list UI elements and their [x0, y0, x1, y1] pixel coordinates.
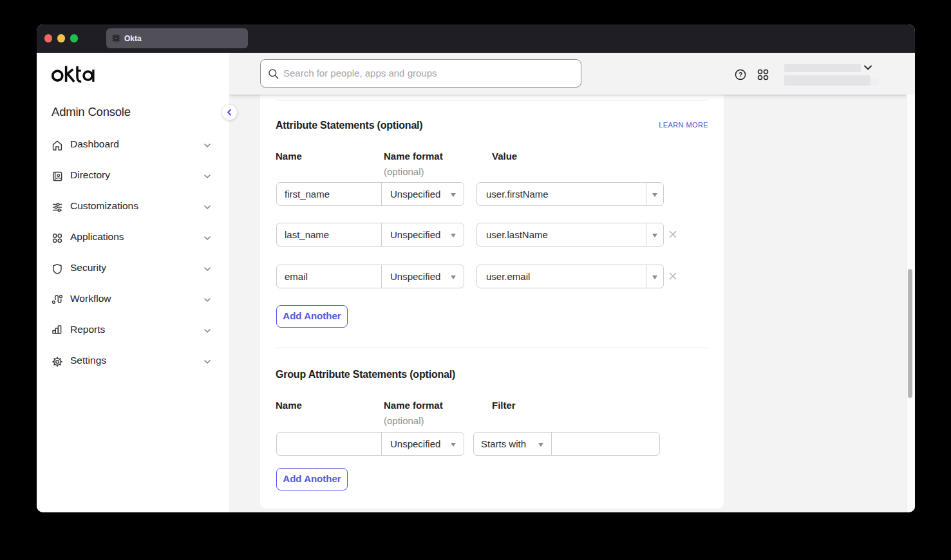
svg-text:?: ?: [739, 71, 742, 79]
